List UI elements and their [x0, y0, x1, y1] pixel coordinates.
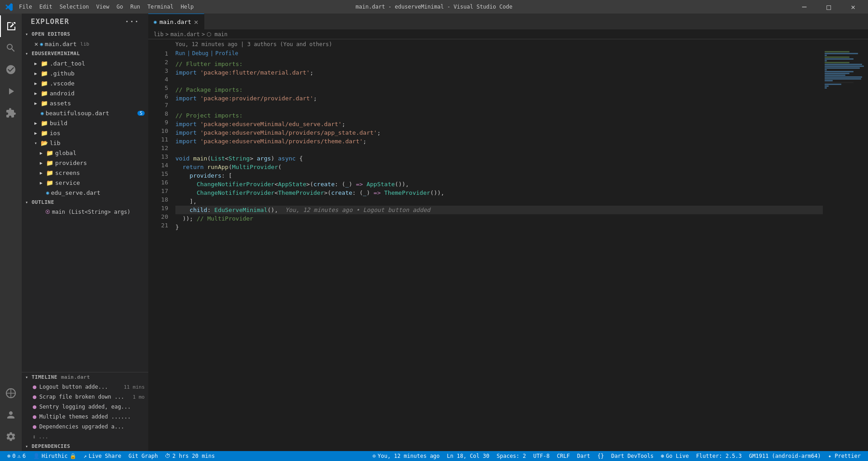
status-git-graph[interactable]: Git Graph [125, 451, 161, 461]
code-editor[interactable]: Run | Debug | Profile // Flutter imports… [172, 49, 823, 451]
timeline-item-4[interactable]: ⬤ Dependencies upgraded a... [22, 422, 148, 432]
status-go-live[interactable]: ⊛ Go Live [657, 451, 693, 461]
folder-dart-tool[interactable]: ▶ 📁 .dart_tool [22, 58, 148, 68]
menu-go[interactable]: Go [117, 4, 123, 10]
minimap-line [825, 87, 827, 89]
remote-activity-icon[interactable] [0, 382, 22, 404]
code-line-4: // Package imports: [175, 85, 823, 94]
minimize-button[interactable]: ─ [794, 0, 815, 14]
menu-view[interactable]: View [96, 4, 109, 10]
folder-lib[interactable]: ▾ 📂 lib [22, 138, 148, 148]
menu-edit[interactable]: Edit [39, 4, 52, 10]
menu-file[interactable]: File [19, 4, 32, 10]
status-flutter-version[interactable]: Flutter: 2.5.3 [693, 451, 745, 461]
status-git-blame[interactable]: ⊙ You, 12 minutes ago [369, 451, 443, 461]
menu-selection[interactable]: Selection [60, 4, 89, 10]
source-control-activity-icon[interactable] [0, 59, 22, 80]
status-dart-devtools[interactable]: Dart DevTools [608, 451, 657, 461]
dependencies-section[interactable]: ▾ DEPENDENCIES [22, 442, 148, 451]
status-device[interactable]: GM1911 (android-arm64) [745, 451, 825, 461]
timeline-header[interactable]: ▾ TIMELINE main.dart [22, 372, 148, 382]
outline-section[interactable]: ▾ OUTLINE [22, 198, 148, 207]
inline-git-blame: You, 12 minutes ago • Logout button adde… [285, 206, 430, 214]
menu-help[interactable]: Help [181, 4, 194, 10]
close-file-icon[interactable]: ✕ [34, 40, 38, 47]
minimap-line [825, 78, 861, 80]
status-live-share[interactable]: ↗ Live Share [80, 451, 125, 461]
search-activity-icon[interactable] [0, 37, 22, 59]
dep-arrow: ▾ [25, 444, 30, 449]
status-eol[interactable]: CRLF [553, 451, 574, 461]
timeline-item-5[interactable]: ↕ ... [22, 432, 148, 442]
status-errors[interactable]: ⊗ 0 ⚠ 6 [4, 451, 29, 461]
tab-close-icon[interactable]: ✕ [194, 18, 198, 26]
file-edu-serve[interactable]: ◉ edu_serve.dart [22, 188, 148, 198]
folder-service[interactable]: ▶ 📁 service [22, 178, 148, 188]
status-encoding[interactable]: UTF-8 [530, 451, 553, 461]
folder-android[interactable]: ▶ 📁 android [22, 88, 148, 98]
folder-screens[interactable]: ▶ 📁 screens [22, 168, 148, 178]
dart-tool-label: .dart_tool [50, 60, 85, 67]
folder-providers[interactable]: ▶ 📁 providers [22, 158, 148, 168]
code-line-20: } [175, 223, 823, 231]
user-icon: 👤 [33, 453, 40, 459]
minimap-line [825, 67, 860, 69]
menu-terminal[interactable]: Terminal [147, 4, 174, 10]
folder-github[interactable]: ▶ 📁 .github [22, 68, 148, 78]
build-label: build [50, 120, 67, 127]
warning-count: 6 [23, 453, 26, 459]
status-cursor[interactable]: Ln 18, Col 30 [443, 451, 493, 461]
status-spaces[interactable]: Spaces: 2 [493, 451, 529, 461]
android-label: android [50, 90, 75, 97]
breadcrumb-lib[interactable]: lib [154, 31, 164, 38]
timeline-item-0[interactable]: ⬤ Logout button adde... 11 mins [22, 382, 148, 392]
status-prettier[interactable]: ✦ Prettier [825, 451, 864, 461]
settings-activity-icon[interactable] [0, 426, 22, 447]
build-folder-icon: 📁 [41, 120, 48, 127]
ios-folder-icon: 📁 [41, 130, 48, 136]
code-line-19: )); // MultiProvider [175, 214, 823, 223]
status-format[interactable]: {} [594, 451, 607, 461]
timeline-item-3[interactable]: ⬤ Multiple themes added ...... [22, 412, 148, 422]
more-actions-icon[interactable]: ··· [125, 17, 139, 26]
folder-global[interactable]: ▶ 📁 global [22, 148, 148, 158]
account-activity-icon[interactable] [0, 404, 22, 426]
debug-link[interactable]: Debug [192, 49, 208, 58]
status-git-user[interactable]: 👤 Hiruthic 🔒 [29, 451, 80, 461]
open-file-main-dart[interactable]: ✕ ◉ main.dart lib [22, 39, 148, 49]
code-line-6 [175, 103, 823, 111]
open-editors-section[interactable]: ▾ OPEN EDITORS [22, 29, 148, 39]
profile-link[interactable]: Profile [215, 49, 238, 58]
explorer-activity-icon[interactable] [0, 15, 22, 37]
extensions-activity-icon[interactable] [0, 102, 22, 124]
timeline-item-2[interactable]: ⬤ Sentry logging added, eag... [22, 402, 148, 412]
titlebar: File Edit Selection View Go Run Terminal… [0, 0, 868, 14]
run-link[interactable]: Run [175, 49, 185, 58]
breadcrumb-file[interactable]: main.dart [170, 31, 200, 38]
run-sep1: | [187, 49, 190, 58]
run-activity-icon[interactable] [0, 80, 22, 102]
providers-folder-icon: 📁 [46, 160, 53, 166]
encoding-label: UTF-8 [533, 453, 550, 459]
status-time[interactable]: ⏱ 2 hrs 20 mins [161, 451, 218, 461]
activity-bar [0, 14, 22, 451]
close-button[interactable]: ✕ [843, 0, 863, 14]
run-sep2: | [210, 49, 213, 58]
timeline-item-1[interactable]: ⬤ Scrap file broken down ... 1 mo [22, 392, 148, 402]
code-line-17: ], [175, 197, 823, 206]
folder-ios[interactable]: ▶ 📁 ios [22, 128, 148, 138]
folder-vscode[interactable]: ▶ 📁 .vscode [22, 78, 148, 88]
menu-run[interactable]: Run [130, 4, 140, 10]
breadcrumb-main[interactable]: ⬡ main [207, 31, 227, 38]
status-language[interactable]: Dart [574, 451, 594, 461]
code-line-7: // Project imports: [175, 111, 823, 120]
tab-main-dart[interactable]: ◉ main.dart ✕ [148, 14, 204, 29]
maximize-button[interactable]: □ [818, 0, 839, 14]
file-beautifulsoup[interactable]: ◉ beautifulsoup.dart S [22, 108, 148, 118]
outline-main-function[interactable]: ⦿ main (List<String> args) [22, 207, 148, 217]
timeline-text-0: Logout button adde... [39, 384, 108, 390]
project-section[interactable]: ▾ EDUSERVEMINIMAL [22, 49, 148, 58]
folder-assets[interactable]: ▶ 📁 assets [22, 98, 148, 108]
outline-arrow: ▾ [25, 200, 30, 205]
folder-build[interactable]: ▶ 📁 build [22, 118, 148, 128]
